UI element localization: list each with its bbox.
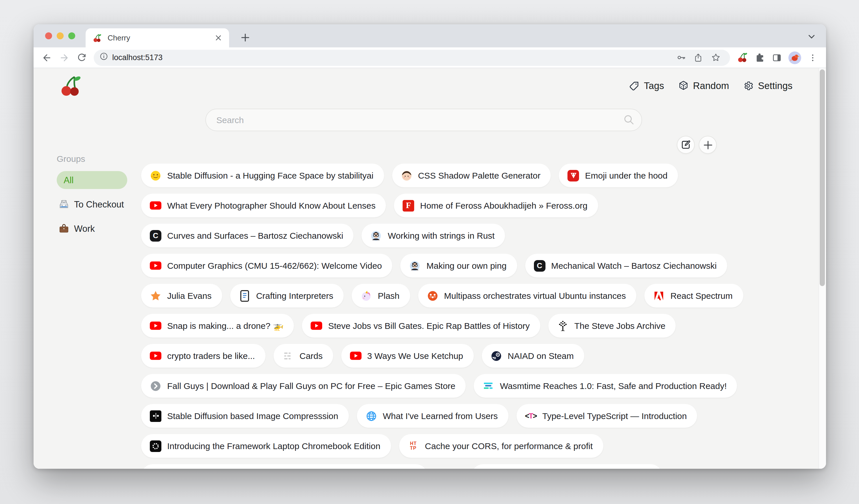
forward-button[interactable] [56,49,73,66]
bookmark-pill[interactable]: Computer Graphics (CMU 15-462/662): Welc… [141,254,392,278]
bookmark-pill[interactable]: Crafting Interpreters [230,284,344,308]
bookmark-pill[interactable]: Introducing the Framework Laptop Chromeb… [141,434,391,458]
tab-search-chevron-icon[interactable] [805,30,818,43]
bookmark-pill[interactable]: React Spectrum [644,284,743,308]
youtube-icon [150,200,161,211]
bookmark-label: crypto traders be like... [167,351,255,361]
bookmark-pill[interactable]: HTTPCache your CORS, for performance & p… [399,434,603,458]
bookmark-pill[interactable]: Cards [273,344,333,367]
bookmark-label: Emoji under the hood [585,171,667,180]
bookmark-row: CCurves and Surfaces – Bartosz Ciechanow… [141,224,760,247]
bookmark-row: Fall Guys | Download & Play Fall Guys on… [141,374,760,398]
browser-window: Cherry [33,24,826,469]
group-to-checkout-label: To Checkout [74,199,124,209]
bookmark-pill[interactable]: Fall Guys | Download & Play Fall Guys on… [141,374,466,398]
cherry-extension-icon[interactable] [734,49,751,66]
bookmark-label: React Spectrum [670,291,733,301]
bookmark-pill[interactable]: CSS Shadow Palette Generator [392,163,551,187]
page-scrollbar-thumb[interactable] [820,69,825,286]
bookmark-pill[interactable]: Emoji under the hood [559,163,678,187]
bookmark-pill[interactable]: Making our own ping [401,254,517,278]
bookmark-label: CSS Shadow Palette Generator [418,171,541,180]
youtube-icon [350,350,362,362]
page-scrollbar-track[interactable] [818,68,826,469]
random-button[interactable]: Random [678,80,729,91]
bookmark-pill[interactable]: Julia Evans [141,284,222,308]
group-all[interactable]: All [57,171,127,189]
cherry-favicon-icon [91,32,103,44]
wasmtime-icon [483,380,494,392]
bookmark-pill[interactable]: Steve Jobs vs Bill Gates. Epic Rap Battl… [302,314,540,337]
bookmark-pill[interactable]: Multipass orchestrates virtual Ubuntu in… [418,284,636,308]
book-icon [239,290,250,301]
bookmark-pill[interactable]: Plash [352,284,410,308]
bookmark-pill[interactable] [141,464,427,469]
profile-avatar[interactable] [788,51,802,64]
reload-button[interactable] [73,49,90,66]
groups-title: Groups [57,154,138,163]
search-wrap [205,109,642,131]
bookmark-pill[interactable] [471,464,662,469]
extensions-puzzle-icon[interactable] [751,49,768,66]
httptoolkit-icon: HTTP [408,440,419,452]
bookmark-label: Type-Level TypeScript — Introduction [542,411,687,421]
group-work[interactable]: Work [57,220,138,238]
epic-icon [150,380,161,392]
side-panel-icon[interactable] [768,49,785,66]
youtube-icon [311,320,322,331]
zoom-window-button[interactable] [68,32,75,39]
edit-button[interactable] [677,136,695,154]
site-info-icon[interactable] [100,52,108,63]
gray-lines-icon [282,350,293,362]
bookmark-label: Wasmtime Reaches 1.0: Fast, Safe and Pro… [500,381,727,391]
bookmark-pill[interactable]: What I've Learned from Users [357,404,508,428]
tab-close-icon[interactable] [213,33,223,43]
bookmark-pill[interactable]: Wasmtime Reaches 1.0: Fast, Safe and Pro… [474,374,737,398]
settings-button[interactable]: Settings [743,80,793,91]
close-window-button[interactable] [45,32,52,39]
bookmark-pill[interactable]: Stable Diffusion - a Hugging Face Space … [141,163,384,187]
groups-sidebar: Groups All To Checkout Work [57,154,138,244]
steam-icon [490,350,502,362]
bookmark-pill[interactable]: CMechanical Watch – Bartosz Ciechanowski [525,254,727,278]
bookmark-pill[interactable]: NAIAD on Steam [482,344,584,367]
bookmark-pill[interactable]: FHome of Feross Aboukhadijeh » Feross.or… [394,194,598,217]
bookmark-pill[interactable]: crypto traders be like... [141,344,265,367]
bookmark-label: Making our own ping [427,261,507,270]
browser-menu-icon[interactable] [804,49,822,66]
settings-label: Settings [758,80,793,91]
avatar-glasses-icon [371,230,382,241]
url-text[interactable]: localhost:5173 [112,53,672,62]
minimize-window-button[interactable] [57,32,64,39]
bookmark-label: Plash [378,291,400,301]
ciechanowski-icon: C [533,260,545,271]
bookmark-star-icon[interactable] [707,49,724,66]
group-all-label: All [64,175,74,185]
tags-label: Tags [644,80,664,91]
tab-cherry[interactable]: Cherry [86,28,229,47]
bookmark-pill[interactable]: Working with strings in Rust [362,224,505,247]
bookmark-pill[interactable]: Snap is making... a drone? 🚁 [141,314,294,337]
back-button[interactable] [38,49,56,66]
briefcase-icon [58,223,70,234]
bookmark-pill[interactable]: What Every Photographer Should Know Abou… [141,194,386,217]
globe-blue-icon [365,410,377,422]
bookmark-pill[interactable]: Stable Diffusion based Image Compresssio… [141,404,348,428]
bookmark-pill[interactable]: <T>Type-Level TypeScript — Introduction [516,404,697,428]
share-icon[interactable] [690,49,707,66]
framework-icon [150,440,161,452]
search-input[interactable] [205,109,642,131]
group-to-checkout[interactable]: To Checkout [57,195,138,213]
youtube-icon [150,320,161,331]
bookmark-pill[interactable]: 3 Ways We Use Ketchup [341,344,474,367]
new-tab-button[interactable] [237,30,253,46]
bookmark-label: NAIAD on Steam [508,351,574,361]
bookmark-pill[interactable]: CCurves and Surfaces – Bartosz Ciechanow… [141,224,354,247]
password-key-icon[interactable] [672,49,690,66]
add-bookmark-button[interactable] [699,136,717,154]
tags-button[interactable]: Tags [629,80,664,91]
bookmark-pill[interactable]: The Steve Jobs Archive [548,314,676,337]
group-work-label: Work [74,223,95,234]
address-bar[interactable]: localhost:5173 [94,49,730,66]
bookmark-row: Snap is making... a drone? 🚁Steve Jobs v… [141,314,760,337]
